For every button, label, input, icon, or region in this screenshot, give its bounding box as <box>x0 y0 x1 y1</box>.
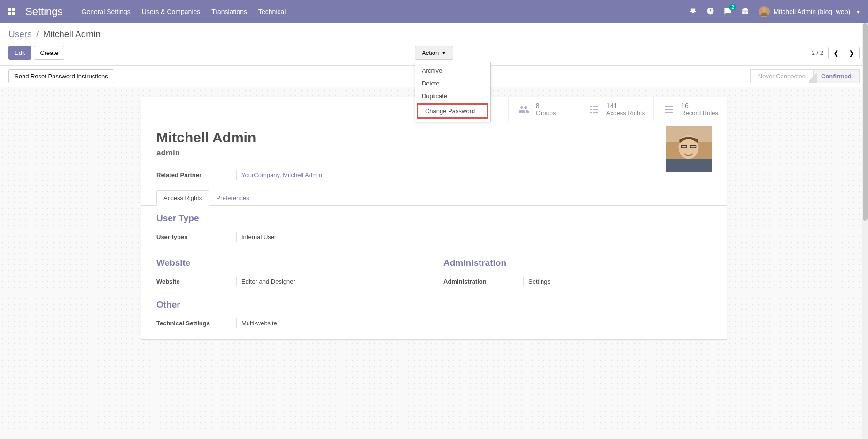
technical-settings-label: Technical Settings <box>156 320 236 327</box>
breadcrumb-separator: / <box>36 29 39 39</box>
section-admin-heading: Administration <box>443 258 712 268</box>
list-icon <box>662 104 675 115</box>
stat-groups-button[interactable]: 8 Groups <box>508 97 579 121</box>
stat-rules-label: Record Rules <box>681 109 718 116</box>
title-block: Mitchell Admin admin <box>141 121 727 166</box>
technical-settings-value: Multi-website <box>236 318 277 328</box>
avatar-large[interactable] <box>666 126 712 172</box>
tab-access-rights[interactable]: Access Rights <box>156 190 209 206</box>
action-dropdown: Archive Delete Duplicate Change Password <box>415 62 491 122</box>
record-name: Mitchell Admin <box>156 130 712 146</box>
related-partner-label: Related Partner <box>156 171 236 178</box>
apps-icon[interactable] <box>8 8 16 16</box>
user-name: Mitchell Admin (blog_web) <box>774 8 850 15</box>
scrollbar[interactable] <box>862 23 868 432</box>
menu-users-companies[interactable]: Users & Companies <box>142 8 201 15</box>
action-change-password[interactable]: Change Password <box>417 103 488 119</box>
menu-general-settings[interactable]: General Settings <box>82 8 131 15</box>
menu-translations[interactable]: Translations <box>211 8 247 15</box>
admin-label: Administration <box>443 278 523 285</box>
status-never-connected[interactable]: Never Connected <box>750 69 813 83</box>
stat-groups-label: Groups <box>536 109 556 116</box>
activity-icon[interactable] <box>706 7 714 16</box>
scrollbar-thumb[interactable] <box>863 23 868 221</box>
user-menu[interactable]: Mitchell Admin (blog_web) ▼ <box>759 6 860 17</box>
record-login: admin <box>156 148 712 158</box>
section-user-type-heading: User Type <box>156 213 712 223</box>
avatar-icon <box>759 6 770 17</box>
send-reset-button[interactable]: Send Reset Password Instructions <box>8 69 114 83</box>
action-button-label: Action <box>422 49 439 56</box>
related-partner-value[interactable]: YourCompany, Mitchell Admin <box>236 170 322 180</box>
user-types-value: Internal User <box>236 232 276 242</box>
user-photo-icon <box>666 126 712 172</box>
list-icon <box>588 104 601 115</box>
edit-button[interactable]: Edit <box>8 46 31 60</box>
section-other: Other Technical Settings Multi-website <box>141 298 727 339</box>
chevron-down-icon: ▼ <box>442 50 446 55</box>
section-user-type: User Type User types Internal User <box>141 206 727 253</box>
control-bar: Users / Mitchell Admin Edit Create Actio… <box>0 23 868 66</box>
section-website-admin: Website Website Editor and Designer Admi… <box>141 253 727 298</box>
breadcrumb-root[interactable]: Users <box>8 29 32 39</box>
stat-access-num: 141 <box>606 102 645 109</box>
debug-icon[interactable] <box>689 7 697 16</box>
content-area: 8 Groups 141 Access Rights 16 Record Rul… <box>0 87 868 432</box>
chat-icon[interactable]: 2 <box>724 7 732 16</box>
section-website-heading: Website <box>156 258 425 268</box>
breadcrumb: Users / Mitchell Admin <box>8 29 860 39</box>
status-steps: Never Connected Confirmed <box>750 69 860 83</box>
stat-access-label: Access Rights <box>606 109 645 116</box>
stat-rules-num: 16 <box>681 102 718 109</box>
stat-groups-num: 8 <box>536 102 556 109</box>
pager-text: 2 / 2 <box>812 49 823 56</box>
tabs: Access Rights Preferences <box>141 190 727 206</box>
menu-technical[interactable]: Technical <box>258 8 286 15</box>
stat-rules-button[interactable]: 16 Record Rules <box>653 97 727 121</box>
tab-preferences[interactable]: Preferences <box>209 190 256 206</box>
pager-next-button[interactable]: ❯ <box>844 47 860 59</box>
chevron-down-icon: ▼ <box>856 9 860 15</box>
users-icon <box>517 104 530 115</box>
action-delete[interactable]: Delete <box>415 77 490 90</box>
field-related-partner: Related Partner YourCompany, Mitchell Ad… <box>141 166 727 184</box>
form-sheet: 8 Groups 141 Access Rights 16 Record Rul… <box>141 97 727 340</box>
website-value: Editor and Designer <box>236 277 295 286</box>
create-button[interactable]: Create <box>34 46 64 60</box>
svg-point-0 <box>762 8 766 12</box>
top-menu: General Settings Users & Companies Trans… <box>82 8 286 15</box>
action-archive[interactable]: Archive <box>415 64 490 77</box>
breadcrumb-current: Mitchell Admin <box>43 29 101 39</box>
topnav-right: 2 Mitchell Admin (blog_web) ▼ <box>689 6 860 17</box>
pager: 2 / 2 ❮ ❯ <box>812 47 860 59</box>
pager-prev-button[interactable]: ❮ <box>828 47 844 59</box>
status-confirmed[interactable]: Confirmed <box>813 69 860 83</box>
stat-access-button[interactable]: 141 Access Rights <box>579 97 653 121</box>
chat-badge: 2 <box>729 4 736 10</box>
top-navbar: Settings General Settings Users & Compan… <box>0 0 868 23</box>
admin-value: Settings <box>523 277 550 286</box>
user-types-label: User types <box>156 233 236 240</box>
action-dropdown-wrap: Action ▼ Archive Delete Duplicate Change… <box>415 46 453 60</box>
website-label: Website <box>156 278 236 285</box>
app-brand: Settings <box>25 6 63 18</box>
section-other-heading: Other <box>156 300 712 310</box>
action-button[interactable]: Action ▼ <box>415 46 453 60</box>
action-duplicate[interactable]: Duplicate <box>415 90 490 102</box>
gift-icon[interactable] <box>741 7 749 16</box>
